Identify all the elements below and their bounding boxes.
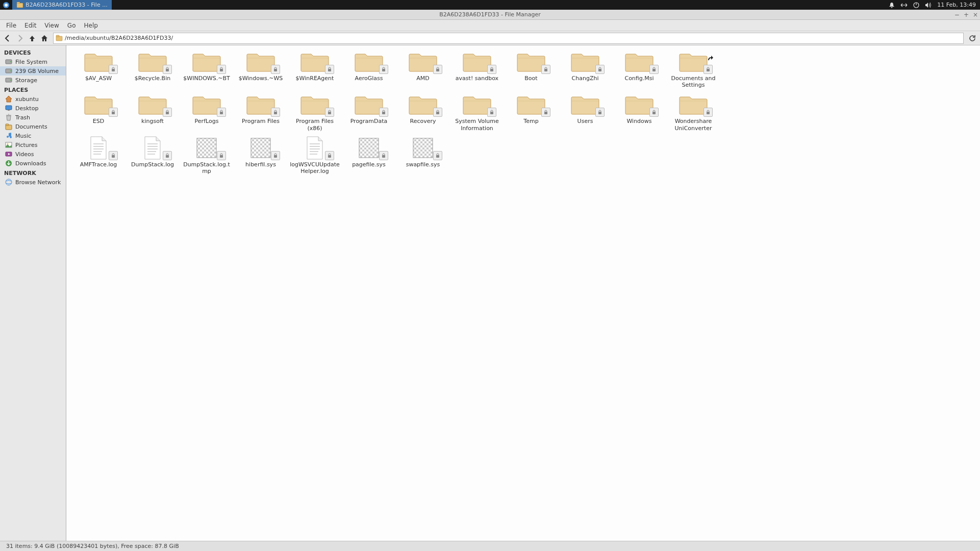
folder-item[interactable]: ChangZhi (558, 51, 612, 88)
menu-go[interactable]: Go (63, 20, 80, 31)
resize-icon[interactable] (900, 2, 908, 9)
file-icon (136, 137, 169, 159)
file-view[interactable]: $AV_ASW$Recycle.Bin$WINDOWS.~BT$Windows.… (66, 45, 980, 541)
app-menu-icon[interactable] (2, 1, 10, 9)
folder-item[interactable]: avast! sandbox (450, 51, 504, 88)
sidebar-item-documents[interactable]: Documents (0, 122, 66, 131)
lock-icon (325, 151, 334, 160)
menu-file[interactable]: File (2, 20, 20, 31)
folder-item[interactable]: $AV_ASW (71, 51, 125, 88)
svg-rect-39 (328, 112, 331, 114)
folder-item[interactable]: Temp (504, 93, 558, 131)
maximize-button[interactable]: + (964, 11, 969, 18)
folder-item[interactable]: Documents and Settings (666, 51, 720, 88)
folder-item[interactable]: $Recycle.Bin (125, 51, 180, 88)
lock-icon (217, 151, 226, 160)
file-icon (82, 93, 115, 116)
power-icon[interactable] (913, 2, 920, 9)
toolbar: /media/xubuntu/B2A6D238A6D1FD33/ (0, 31, 980, 45)
lock-icon (379, 65, 388, 74)
sidebar-item-videos[interactable]: Videos (0, 149, 66, 159)
svg-rect-38 (274, 112, 277, 114)
pathbar-text: /media/xubuntu/B2A6D238A6D1FD33/ (65, 35, 173, 41)
lock-icon (487, 108, 496, 117)
file-icon (82, 137, 115, 159)
file-item[interactable]: AMFTrace.log (71, 137, 125, 174)
folder-item[interactable]: ESD (71, 93, 125, 131)
lock-icon (109, 151, 118, 160)
folder-item[interactable]: AMD (396, 51, 450, 88)
menu-edit[interactable]: Edit (20, 20, 40, 31)
folder-item[interactable]: Config.Msi (612, 51, 666, 88)
statusbar-text: 31 items: 9.4 GiB (10089423401 bytes), F… (6, 543, 179, 549)
file-item[interactable]: hiberfil.sys (234, 137, 288, 174)
home-button[interactable] (39, 33, 50, 44)
window-titlebar[interactable]: B2A6D238A6D1FD33 - File Manager − + × (0, 10, 980, 20)
sidebar-header: NETWORK (0, 168, 66, 178)
lock-icon (379, 151, 388, 160)
sidebar-item-music[interactable]: Music (0, 131, 66, 140)
sidebar-item-239-gb-volume[interactable]: 239 GB Volume (0, 66, 66, 76)
sidebar-item-xubuntu[interactable]: xubuntu (0, 94, 66, 104)
taskbar-active-window[interactable]: B2A6D238A6D1FD33 - File ... (12, 0, 112, 10)
svg-rect-44 (598, 112, 601, 114)
forward-button[interactable] (14, 33, 26, 44)
clock[interactable]: 11 Feb, 13:49 (937, 2, 976, 8)
file-icon (244, 93, 277, 116)
minimize-button[interactable]: − (954, 11, 960, 18)
svg-rect-2 (17, 3, 23, 8)
file-item[interactable]: DumpStack.log.tmp (180, 137, 234, 174)
folder-item[interactable]: ProgramData (342, 93, 396, 131)
file-icon (298, 137, 331, 159)
svg-rect-43 (544, 112, 547, 114)
file-icon (515, 93, 547, 116)
sidebar-item-label: Videos (15, 151, 34, 158)
reload-button[interactable] (967, 33, 978, 44)
lock-icon (433, 108, 442, 117)
sidebar-item-browse-network[interactable]: Browse Network (0, 178, 66, 187)
file-label: Boot (524, 75, 537, 82)
folder-item[interactable]: AeroGlass (342, 51, 396, 88)
file-item[interactable]: logWSVCUUpdateHelper.log (288, 137, 342, 174)
sidebar-item-label: Pictures (15, 142, 38, 148)
folder-item[interactable]: $Windows.~WS (234, 51, 288, 88)
sidebar-item-file-system[interactable]: File System (0, 57, 66, 66)
folder-item[interactable]: Boot (504, 51, 558, 88)
volume-icon[interactable] (925, 2, 932, 9)
up-button[interactable] (27, 33, 38, 44)
folder-item[interactable]: kingsoft (125, 93, 180, 131)
sidebar-header: PLACES (0, 85, 66, 94)
sidebar-item-downloads[interactable]: Downloads (0, 159, 66, 168)
sidebar-item-pictures[interactable]: Pictures (0, 140, 66, 149)
file-item[interactable]: swapfile.sys (396, 137, 450, 174)
sidebar-item-storage[interactable]: Storage (0, 76, 66, 85)
folder-item[interactable]: Recovery (396, 93, 450, 131)
file-icon (677, 93, 710, 116)
sidebar-item-trash[interactable]: Trash (0, 113, 66, 122)
folder-item[interactable]: $WINDOWS.~BT (180, 51, 234, 88)
folder-item[interactable]: Program Files (234, 93, 288, 131)
lock-icon (271, 65, 280, 74)
folder-item[interactable]: Windows (612, 93, 666, 131)
sidebar-item-label: Browse Network (15, 179, 61, 186)
file-label: Users (577, 118, 593, 124)
folder-item[interactable]: Users (558, 93, 612, 131)
menu-view[interactable]: View (40, 20, 63, 31)
folder-item[interactable]: System Volume Information (450, 93, 504, 131)
sidebar-item-label: xubuntu (15, 96, 39, 103)
menu-help[interactable]: Help (80, 20, 102, 31)
folder-item[interactable]: Program Files (x86) (288, 93, 342, 131)
folder-item[interactable]: PerfLogs (180, 93, 234, 131)
notification-icon[interactable] (888, 2, 895, 9)
pathbar[interactable]: /media/xubuntu/B2A6D238A6D1FD33/ (53, 33, 964, 44)
file-label: AMFTrace.log (80, 161, 117, 168)
file-label: $WinREAgent (296, 75, 334, 82)
sidebar-item-desktop[interactable]: Desktop (0, 104, 66, 113)
folder-item[interactable]: $WinREAgent (288, 51, 342, 88)
folder-item[interactable]: Wondershare UniConverter (666, 93, 720, 131)
back-button[interactable] (2, 33, 13, 44)
file-item[interactable]: pagefile.sys (342, 137, 396, 174)
close-button[interactable]: × (973, 11, 978, 18)
file-label: DumpStack.log.tmp (181, 161, 232, 174)
file-item[interactable]: DumpStack.log (125, 137, 180, 174)
